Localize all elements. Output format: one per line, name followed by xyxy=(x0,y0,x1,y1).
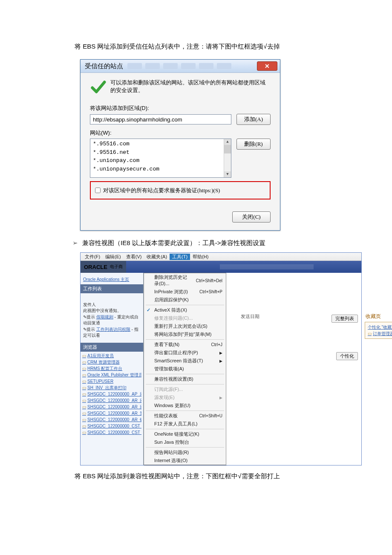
menu-item[interactable]: 报告网站问题(R) xyxy=(144,448,226,457)
menu-item[interactable]: F12 开发人员工具(L) xyxy=(144,420,226,428)
sidebar-link[interactable]: ▭SHSGDC_122000000_CST_成本会计员 xyxy=(82,423,141,429)
tip-vacation: ✎提示 假期规则 - 重定向或自动回复通 xyxy=(83,314,141,326)
websites-listbox[interactable]: *.95516.com *.95516.net *.unionpay.com *… xyxy=(90,139,231,178)
sidebar-link[interactable]: ▭SHSGDC_122000000_AR_算OU后 xyxy=(82,410,141,416)
dialog-title: 受信任的站点 xyxy=(85,62,123,70)
folder-icon: ▭ xyxy=(82,424,86,428)
ie-screenshot: 文件(F) 编辑(E) 查看(V) 收藏夹(A) 工具(T) 帮助(H) ORA… xyxy=(80,252,362,465)
list-item[interactable]: *.unionpaysecure.com xyxy=(93,165,228,173)
sidebar-link[interactable]: ▭SH_INV_出库单打印 xyxy=(82,384,141,391)
menu-item[interactable]: Sun Java 控制台 xyxy=(144,438,226,446)
sidebar-link[interactable]: ▭Oracle XML Publisher 管理员 xyxy=(82,372,141,378)
sidebar-link[interactable]: ▭SETUPUSER xyxy=(82,378,141,384)
tip-access: ✎提示 工作列表访问权限 - 指定可以看 xyxy=(83,326,141,338)
bullet-compat-view: ➢兼容性视图（IE8 以上版本需要此设置）：工具->兼容性视图设置 xyxy=(72,239,392,247)
fav-order-manager-link[interactable]: 订单管理器（订单：) xyxy=(373,331,392,336)
folder-icon: ▭ xyxy=(82,385,86,390)
sidebar-link[interactable]: ▭A1应用开发员 xyxy=(82,353,141,359)
menu-favorites[interactable]: 收藏夹(A) xyxy=(144,254,170,260)
scrollbar[interactable]: ▲ ▼ xyxy=(224,139,231,177)
menu-item[interactable]: 性能仪表板Ctrl+Shift+U xyxy=(144,412,226,420)
browser-header: 浏览器 xyxy=(81,343,143,352)
menu-item[interactable]: SmartScreen 筛选器(T)▶ xyxy=(144,357,226,365)
fav-customize-link[interactable]: 个性化 "收藏页" xyxy=(368,325,392,330)
folder-icon: ▭ xyxy=(368,331,372,336)
menu-item[interactable]: 启用跟踪保护(K) xyxy=(144,296,226,304)
https-verify-checkbox[interactable] xyxy=(95,188,101,193)
list-item[interactable]: *.95516.com xyxy=(93,140,228,148)
oracle-apps-home-link[interactable]: Oracle Applications 主页 xyxy=(83,277,129,282)
folder-icon: ▭ xyxy=(82,353,86,358)
oracle-sidebar: Oracle Applications 主页 工作列表 发件人 此视图中没有通知… xyxy=(81,273,144,465)
scroll-thumb[interactable] xyxy=(224,145,231,153)
add-zone-label: 将该网站添加到区域(D): xyxy=(90,104,271,112)
menu-item[interactable]: 管理加载项(A) xyxy=(144,365,226,373)
folder-icon: ▭ xyxy=(82,430,86,435)
menu-item[interactable]: 弹出窗口阻止程序(P)▶ xyxy=(144,349,226,357)
sidebar-link[interactable]: ▭SHSGDC_122000000_CST_成本管理超级用户 xyxy=(82,429,141,436)
doc-line-1: 将 EBS 网址添加到受信任站点列表中，注意：请将下图中红框选项√去掉 xyxy=(75,43,392,51)
https-verify-checkbox-row[interactable]: 对该区域中的所有站点要求服务器验证(https:)(S) xyxy=(93,186,267,194)
personalize-button[interactable]: 个性化 xyxy=(336,352,358,360)
menu-edit[interactable]: 编辑(E) xyxy=(103,254,124,260)
menu-item[interactable]: 重新打开上次浏览会话(S) xyxy=(144,322,226,330)
sidebar-link[interactable]: ▭SHSGDC_122000000_AR_销售发 xyxy=(82,416,141,423)
menu-item[interactable]: 删除浏览历史记录(D)...Ctrl+Shift+Del xyxy=(144,273,226,288)
add-site-input[interactable] xyxy=(90,114,231,124)
oracle-brand: ORACLE电子商 xyxy=(81,261,126,273)
ie-menubar[interactable]: 文件(F) 编辑(E) 查看(V) 收藏夹(A) 工具(T) 帮助(H) xyxy=(81,253,361,261)
full-list-button[interactable]: 完整列表 xyxy=(331,315,358,323)
menu-item[interactable]: 将网站添加到"开始"菜单(M) xyxy=(144,330,226,338)
menu-item[interactable]: Windows 更新(U) xyxy=(144,402,226,410)
folder-icon: ▭ xyxy=(82,373,86,377)
check-icon: ✓ xyxy=(147,307,150,313)
sidebar-link[interactable]: ▭HRMS 配置工作台 xyxy=(82,365,141,372)
websites-label: 网站(W): xyxy=(90,129,271,137)
menu-view[interactable]: 查看(V) xyxy=(124,254,144,260)
folder-icon: ▭ xyxy=(82,366,86,371)
menu-item[interactable]: 兼容性视图设置(B) xyxy=(144,375,226,383)
bullet-icon: ➢ xyxy=(72,239,78,246)
dialog-intro-text: 可以添加和删除该区域的网站。该区域中的所有网站都使用区域的安全设置。 xyxy=(110,79,271,94)
scroll-down-icon[interactable]: ▼ xyxy=(224,171,231,177)
submenu-arrow-icon: ▶ xyxy=(219,351,222,355)
add-button[interactable]: 添加(A) xyxy=(236,114,271,125)
folder-icon: ▭ xyxy=(82,411,86,416)
close-button[interactable]: 关闭(C) xyxy=(232,211,271,223)
favorites-header: 收藏页 xyxy=(362,310,392,320)
scroll-up-icon[interactable]: ▲ xyxy=(224,139,231,145)
submenu-arrow-icon: ▶ xyxy=(219,359,222,363)
sidebar-link[interactable]: ▭SHSGDC_122000000_AR_应收管 xyxy=(82,404,141,410)
list-item[interactable]: *.95516.net xyxy=(93,148,228,157)
folder-icon: ▭ xyxy=(82,360,86,364)
dialog-titlebar[interactable]: 受信任的站点 ✕ xyxy=(81,60,280,73)
menu-item[interactable]: Internet 选项(O) xyxy=(144,457,226,465)
menu-item[interactable]: ✓ActiveX 筛选(X) xyxy=(144,306,226,314)
https-verify-label: 对该区域中的所有站点要求服务器验证(https:)(S) xyxy=(103,187,220,194)
remove-button[interactable]: 删除(R) xyxy=(236,139,271,150)
menu-help[interactable]: 帮助(H) xyxy=(190,254,211,260)
close-icon[interactable]: ✕ xyxy=(257,61,277,71)
brand-gradient xyxy=(126,261,361,273)
ie-right-pane: 完整列表 发送日期 个性化 收藏页 个性化 "收藏页" ▭订单管理器（订单：) xyxy=(226,273,361,465)
menu-file[interactable]: 文件(F) xyxy=(82,254,103,260)
menu-item[interactable]: 查看下载(N)Ctrl+J xyxy=(144,341,226,349)
menu-item: 修复连接问题(C)... xyxy=(144,314,226,322)
folder-icon: ▭ xyxy=(82,379,86,384)
menu-item[interactable]: OneNote 链接笔记(K) xyxy=(144,430,226,438)
red-highlight-box: 对该区域中的所有站点要求服务器验证(https:)(S) xyxy=(90,181,271,199)
submenu-arrow-icon: ▶ xyxy=(219,396,222,400)
sender-label: 发件人 xyxy=(83,302,141,308)
menu-item: 订阅此源(F)... xyxy=(144,385,226,393)
tools-dropdown-menu[interactable]: 删除浏览历史记录(D)...Ctrl+Shift+DelInPrivate 浏览… xyxy=(144,273,226,465)
list-item[interactable]: *.unionpay.com xyxy=(93,156,228,165)
sidebar-link[interactable]: ▭SHSGDC_122000000_AP_应付管 xyxy=(82,391,141,397)
worklist-header: 工作列表 xyxy=(81,284,143,293)
folder-icon: ▭ xyxy=(82,405,86,409)
menu-item[interactable]: InPrivate 浏览(I)Ctrl+Shift+P xyxy=(144,288,226,296)
checkmark-icon xyxy=(90,79,106,95)
sidebar-link[interactable]: ▭CRM 资源管理器 xyxy=(82,359,141,365)
menu-tools[interactable]: 工具(T) xyxy=(170,254,190,260)
sidebar-link[interactable]: ▭SHSGDC_122000000_AR_应收会 xyxy=(82,397,141,404)
no-notice-text: 此视图中没有通知。 xyxy=(83,308,141,314)
